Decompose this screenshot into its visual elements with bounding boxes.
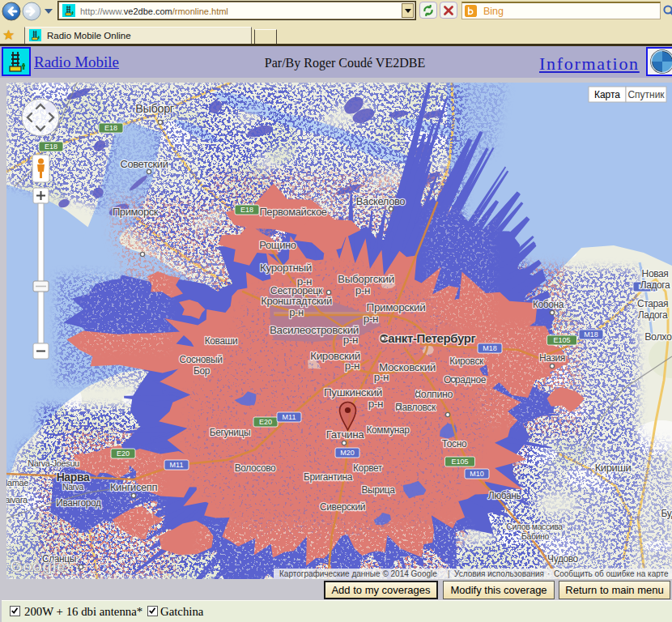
svg-text:Кириши: Кириши [595, 462, 632, 474]
svg-text:M11: M11 [170, 461, 184, 469]
svg-text:M18: M18 [584, 330, 598, 339]
svg-text:р-н: р-н [345, 360, 359, 372]
svg-text:Тосно: Тосно [442, 438, 467, 449]
svg-text:Сиверский: Сиверский [320, 501, 365, 513]
svg-text:р-н: р-н [355, 284, 370, 296]
svg-text:Сосновый: Сосновый [179, 354, 222, 365]
svg-text:р-н: р-н [289, 306, 304, 318]
svg-text:р-н: р-н [374, 371, 389, 383]
svg-text:Санкт-Петербург: Санкт-Петербург [380, 331, 476, 345]
svg-text:Волосово: Волосово [235, 462, 276, 474]
svg-text:E18: E18 [45, 143, 57, 151]
svg-text:Кировск: Кировск [449, 356, 484, 367]
svg-text:р-н: р-н [343, 334, 358, 346]
svg-text:Назия: Назия [539, 352, 565, 364]
svg-text:Выборгский: Выборгский [338, 273, 394, 285]
svg-text:р-н: р-н [368, 398, 383, 410]
svg-text:Narva: Narva [62, 482, 84, 492]
svg-text:Спутник: Спутник [627, 89, 665, 100]
svg-text:Первомайское: Первомайское [259, 206, 326, 218]
svg-text:E105: E105 [451, 458, 468, 466]
svg-text:Кронштадтский: Кронштадтский [261, 295, 332, 307]
svg-text:Бор: Бор [194, 365, 211, 377]
svg-text:llamäe: llamäe [6, 478, 28, 488]
svg-text:M11: M11 [283, 413, 296, 421]
svg-text:Рощино: Рощино [259, 239, 296, 251]
svg-text:Павловск: Павловск [395, 402, 436, 413]
svg-text:Васкелово: Васкелово [356, 195, 406, 207]
svg-text:Бегуницы: Бегуницы [210, 427, 251, 438]
svg-text:Кингисепп: Кингисепп [110, 481, 158, 493]
svg-text:Бабино: Бабино [521, 531, 549, 541]
svg-text:Narva-Joesuu: Narva-Joesuu [28, 458, 79, 468]
svg-text:Условия использования: Условия использования [454, 569, 544, 578]
svg-text:Коммунар: Коммунар [366, 424, 410, 436]
svg-text:M20: M20 [340, 449, 355, 457]
svg-text:Гатчина: Гатчина [326, 428, 365, 441]
svg-text:Чудово: Чудово [547, 553, 579, 564]
svg-text:Карта: Карта [594, 89, 620, 100]
svg-text:E18: E18 [104, 124, 117, 132]
svg-text:M10: M10 [470, 470, 484, 478]
svg-text:Ивангород: Ивангород [56, 497, 101, 509]
svg-text:Кобона: Кобона [533, 299, 564, 310]
svg-text:·: · [547, 569, 550, 578]
svg-text:Выборг: Выборг [135, 102, 174, 115]
svg-text:Коваши: Коваши [205, 335, 238, 347]
svg-text:Буд: Буд [661, 508, 672, 519]
svg-text:Вырица: Вырица [361, 484, 395, 496]
svg-text:Любань: Любань [488, 490, 521, 501]
svg-text:Корвет: Корвет [353, 462, 383, 474]
svg-text:Старая: Старая [637, 298, 668, 309]
svg-text:Приморск: Приморск [113, 206, 159, 218]
svg-text:Картографические данные © 2014: Картографические данные © 2014 Google [279, 569, 437, 578]
svg-text:Отрадное: Отрадное [444, 374, 487, 386]
svg-text:aivara: aivara [6, 495, 28, 505]
svg-text:р-н: р-н [364, 313, 378, 325]
svg-text:Колпино: Колпино [415, 389, 453, 400]
svg-text:Ладога: Ладога [638, 309, 668, 321]
svg-text:E20: E20 [117, 449, 130, 458]
svg-text:|: | [448, 569, 450, 578]
svg-text:Новая: Новая [642, 268, 669, 279]
svg-text:Волхов: Волхов [644, 331, 672, 343]
svg-text:Советский: Советский [120, 158, 168, 170]
svg-text:Силов массива: Силов массива [506, 522, 563, 531]
svg-text:M18: M18 [483, 344, 497, 352]
svg-text:E105: E105 [553, 336, 570, 344]
svg-text:Курортный: Курортный [260, 262, 312, 274]
svg-text:Ладога: Ладога [640, 279, 670, 291]
svg-text:Сообщить об ошибке на карте: Сообщить об ошибке на карте [554, 569, 669, 578]
svg-text:Приморский: Приморский [367, 301, 426, 313]
svg-text:Google: Google [10, 557, 66, 575]
svg-text:Пушкинский: Пушкинский [324, 386, 382, 398]
svg-text:E18: E18 [240, 206, 253, 214]
svg-text:Бригантина: Бригантина [304, 471, 353, 483]
svg-text:E20: E20 [259, 418, 272, 426]
